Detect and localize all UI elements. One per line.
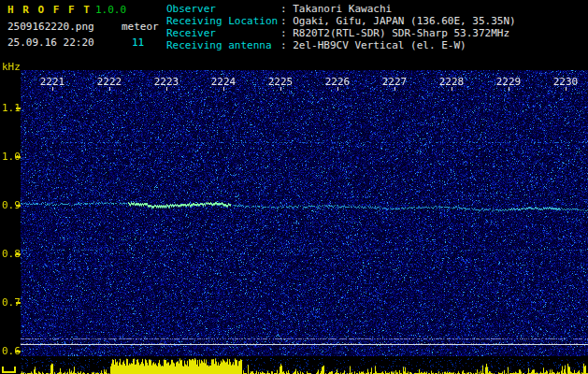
echo-count: 11 [132, 36, 144, 49]
freq-tick-label: 0.6 [2, 346, 21, 357]
station-info-label: Receiver [166, 27, 280, 39]
freq-tick-label: 1.1 [2, 103, 21, 114]
station-info-row: Receiving Location: Ogaki, Gifu, JAPAN (… [166, 15, 516, 27]
station-info-value: R820T2(RTL-SDR) SDR-Sharp 53.372MHz [293, 27, 509, 39]
station-info-value: Takanori Kawachi [293, 3, 392, 15]
station-info-row: Receiving antenna: 2el-HB9CV Vertical (e… [166, 39, 516, 51]
freq-axis-unit: kHz [2, 62, 21, 73]
freq-tick-label: 0.7 [2, 297, 21, 309]
spectrogram-canvas [21, 70, 588, 356]
mode-label: meteor [122, 21, 159, 33]
station-info-row: Observer: Takanori Kawachi [166, 3, 516, 15]
station-info-colon: : [280, 3, 293, 15]
station-info-colon: : [280, 15, 293, 27]
station-info-colon: : [280, 39, 293, 51]
output-filename: 2509162220.png [7, 21, 94, 33]
freq-tick-label: 0.9 [2, 200, 21, 211]
station-info: Observer: Takanori KawachiReceiving Loca… [166, 3, 516, 51]
station-info-label: Receiving Location [166, 15, 280, 27]
signal-level-bar [0, 358, 588, 374]
freq-tick-label: 1.0 [2, 151, 21, 163]
app-title: H R O F F T [7, 4, 91, 16]
station-info-colon: : [280, 27, 293, 39]
station-info-row: Receiver: R820T2(RTL-SDR) SDR-Sharp 53.3… [166, 27, 516, 39]
app-version: 1.0.0 [95, 4, 126, 16]
station-info-value: Ogaki, Gifu, JAPAN (136.60E, 35.35N) [293, 15, 515, 27]
freq-tick-label: 0.8 [2, 249, 21, 260]
station-info-label: Observer [166, 3, 280, 15]
datetime-label: 25.09.16 22:20 [7, 36, 94, 49]
hrofft-screen: H R O F F T 1.0.0 2509162220.png meteor … [0, 0, 588, 374]
station-info-value: 2el-HB9CV Vertical (el. E-W) [293, 39, 466, 51]
station-info-label: Receiving antenna [166, 39, 280, 51]
